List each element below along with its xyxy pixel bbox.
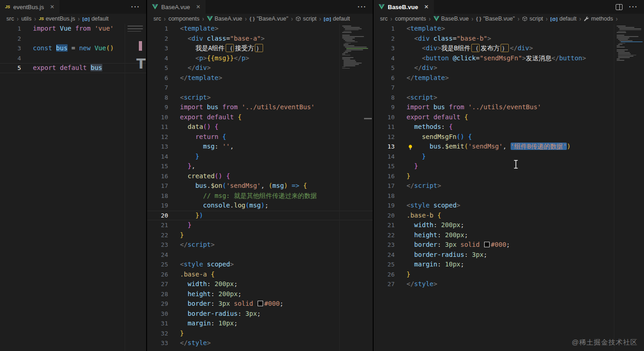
symbol-variable-icon: [@]: [550, 16, 558, 21]
line-number: 20: [147, 211, 168, 221]
code-line: 4<button @click="sendMsgFn">发送消息</button…: [374, 53, 644, 64]
script-module-icon: [296, 16, 301, 21]
code-line: 22}: [147, 230, 373, 240]
line-number: 25: [374, 260, 395, 270]
breadcrumb-label: script: [303, 16, 317, 22]
breadcrumb-item[interactable]: src: [153, 16, 161, 22]
code-area[interactable]: 1<template>2<div class="base-a">3我是A组件（接…: [147, 24, 373, 351]
line-number: 17: [374, 181, 395, 191]
breadcrumb-item[interactable]: script: [522, 16, 543, 22]
breadcrumb-label: BaseB.vue: [441, 16, 469, 22]
breadcrumb-item[interactable]: script: [296, 16, 317, 22]
code-line: 9import bus from '../utils/eventBus': [374, 102, 644, 112]
tab-eventBus[interactable]: JSeventBus.js✕: [0, 0, 59, 14]
breadcrumb-item[interactable]: methods: [584, 16, 613, 22]
tab-bar: BaseB.vue✕···: [374, 0, 644, 14]
more-actions-button[interactable]: ···: [629, 5, 638, 9]
line-number: 27: [147, 279, 168, 289]
breadcrumb-label: methods: [591, 16, 613, 22]
line-number: 13: [374, 142, 395, 152]
code-line: 33</style>: [147, 338, 373, 348]
breadcrumb-item[interactable]: components: [395, 16, 426, 22]
code-line: 31margin: 10px;: [147, 319, 373, 329]
breadcrumb-item[interactable]: { }"BaseB.vue": [476, 16, 515, 22]
color-swatch[interactable]: [258, 301, 263, 306]
breadcrumb-item[interactable]: { }"BaseA.vue": [249, 16, 288, 22]
code-area[interactable]: 1<template>2<div class="base-b">3<div>我是…: [374, 24, 644, 351]
code-line: 2<div class="base-a">: [147, 34, 373, 44]
breadcrumb-item[interactable]: JSeventBus.js: [39, 16, 75, 22]
code-line: 26}: [374, 270, 644, 280]
code-line: 3<div>我是B组件（发布方）</div>: [374, 43, 644, 53]
code-line: 23border: 3px solid #000;: [374, 240, 644, 250]
line-number: 12: [147, 132, 168, 142]
breadcrumb-item[interactable]: src: [380, 16, 388, 22]
minimap[interactable]: T: [125, 24, 146, 351]
breadcrumb-label: default: [560, 16, 577, 22]
line-number: 30: [147, 309, 168, 319]
code-line: 30border-radius: 3px;: [147, 309, 373, 319]
code-area[interactable]: 1import Vue from 'vue'23const bus = new …: [0, 24, 146, 351]
breadcrumb-item[interactable]: [@]default: [550, 16, 576, 22]
lightbulb-icon[interactable]: [407, 144, 413, 149]
code-line: 7: [147, 83, 373, 93]
breadcrumb-item[interactable]: [@]default: [83, 16, 109, 22]
color-swatch[interactable]: [484, 242, 490, 247]
line-number: 8: [374, 93, 395, 103]
tab-BaseB[interactable]: BaseB.vue✕: [374, 0, 434, 14]
chevron-right-icon: ›: [319, 15, 321, 23]
line-number: 19: [374, 201, 395, 211]
line-number: 13: [147, 142, 168, 152]
close-icon[interactable]: ✕: [424, 4, 428, 10]
minimap[interactable]: [339, 24, 373, 351]
breadcrumb-item[interactable]: BaseA.vue: [207, 16, 242, 22]
split-editor-button[interactable]: [616, 4, 623, 10]
chevron-right-icon: ›: [291, 15, 293, 23]
vscode-editor-area: JSeventBus.js✕···src›utils›JSeventBus.js…: [0, 0, 644, 351]
watermark: @稀土掘金技术社区: [572, 338, 638, 347]
breadcrumb-item[interactable]: utils: [21, 16, 32, 22]
code-line: 18: [374, 191, 644, 201]
code-line: 8<script>: [147, 93, 373, 103]
vue-file-icon: [379, 4, 385, 10]
breadcrumb: src›components›BaseA.vue›{ }"BaseA.vue"›…: [147, 14, 373, 24]
code-line: 10export default {: [147, 112, 373, 122]
breadcrumb-item[interactable]: components: [169, 16, 200, 22]
line-number: 31: [147, 319, 168, 329]
line-number: 12: [374, 132, 395, 142]
close-icon[interactable]: ✕: [196, 4, 201, 10]
line-number: 2: [0, 34, 21, 44]
script-module-icon: [522, 16, 528, 21]
line-number: 1: [0, 24, 21, 34]
line-number: 4: [0, 53, 21, 64]
minimap[interactable]: [614, 24, 644, 351]
code-line: 25<style scoped>: [147, 260, 373, 270]
scrollbar-handle[interactable]: [364, 118, 372, 119]
code-line: 1import Vue from 'vue': [0, 24, 146, 34]
line-number: 28: [147, 289, 168, 299]
breadcrumb-label: script: [529, 16, 543, 22]
code-line: 20}): [147, 211, 373, 221]
breadcrumb-item[interactable]: src: [6, 16, 14, 22]
line-number: 33: [147, 338, 168, 348]
line-number: 8: [147, 93, 168, 103]
tab-bar: JSeventBus.js✕···: [0, 0, 146, 14]
chevron-right-icon: ›: [546, 15, 548, 23]
more-actions-button[interactable]: ···: [358, 5, 367, 9]
more-actions-button[interactable]: ···: [131, 5, 140, 9]
tab-BaseA[interactable]: BaseA.vue✕: [147, 0, 206, 14]
breadcrumb-label: utils: [21, 16, 32, 22]
line-number: 24: [147, 250, 168, 260]
close-icon[interactable]: ✕: [50, 4, 54, 10]
breadcrumb-item[interactable]: BaseB.vue: [433, 16, 469, 22]
minimap-mark-t: T: [137, 56, 146, 72]
line-number: 20: [374, 211, 395, 221]
breadcrumb-label: components: [169, 16, 200, 22]
line-number: 4: [374, 53, 395, 64]
breadcrumb: src›components›BaseB.vue›{ }"BaseB.vue"›…: [374, 14, 644, 24]
chevron-right-icon: ›: [202, 15, 204, 23]
breadcrumb-item[interactable]: [@]default: [324, 16, 350, 22]
line-number: 26: [147, 270, 168, 280]
line-number: 11: [147, 122, 168, 132]
chevron-right-icon: ›: [471, 15, 473, 23]
